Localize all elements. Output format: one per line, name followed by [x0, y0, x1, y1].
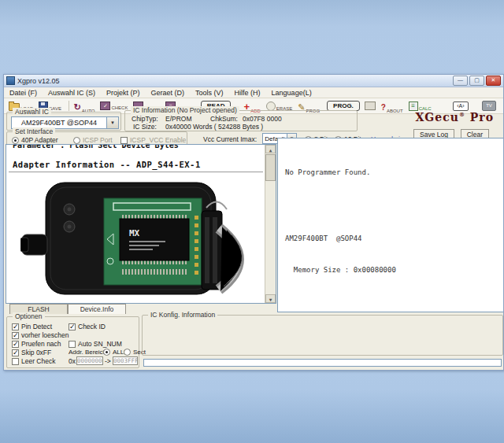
options-group-label: Optionen — [13, 312, 45, 320]
checkbox-icon — [12, 349, 19, 356]
ic-select-dropdown-button[interactable]: ▼ — [106, 116, 119, 129]
check-button[interactable]: CHECK — [98, 101, 129, 111]
checkbox-icon — [120, 137, 128, 144]
chip-check-icon — [100, 102, 110, 110]
chip-brand-label: MX — [129, 228, 140, 238]
log-line-chip: AM29F400BT @SOP44 — [285, 234, 496, 243]
radio-icon — [12, 137, 19, 144]
vcc-current-label: Vcc Current Imax: — [203, 135, 257, 143]
about-button[interactable]: ABOUT — [380, 98, 405, 114]
scroll-up-arrow[interactable]: ▲ — [265, 145, 276, 153]
radio-icon — [103, 349, 110, 356]
app-icon — [6, 76, 15, 85]
scroll-thumb[interactable] — [265, 154, 276, 181]
pin-detect-checkbox[interactable]: Pin Detect — [12, 323, 52, 330]
title-bar[interactable]: Xgpro v12.05 — ▢ ✕ — [4, 75, 503, 87]
chiptype-value: E/PROM — [165, 115, 192, 123]
maximize-button[interactable]: ▢ — [469, 76, 484, 86]
verify-after-checkbox[interactable]: Pruefen nach — [12, 340, 61, 348]
calculator-icon — [409, 102, 418, 111]
chksum-label: ChkSum: — [210, 115, 238, 123]
log-panel: No Programmer Found. AM29F400BT @SOP44 M… — [277, 138, 504, 312]
icsp-vcc-checkbox[interactable]: ICSP_VCC Enable — [120, 136, 186, 144]
auto-sn-checkbox[interactable]: Auto SN_NUM — [69, 340, 122, 348]
chiptype-label: ChipTyp: — [132, 115, 158, 123]
serial-jump-button[interactable] — [451, 101, 470, 112]
calc-button[interactable]: CALC — [407, 101, 433, 112]
clipped-parameter-line: Parameter : Flash Sect Device Bytes — [13, 144, 179, 150]
ic-config-group: IC Konfig. Information — [142, 315, 503, 356]
ic-info-group-label: IC Information (No Project opened) — [131, 106, 239, 114]
tv-button[interactable] — [480, 100, 498, 112]
progress-bar — [143, 359, 502, 367]
programmer-device-photo: MX — [20, 176, 258, 301]
erase-before-checkbox[interactable]: vorher loeschen — [12, 331, 69, 339]
checkbox-icon — [12, 323, 19, 330]
set-interface-label: Set Interface — [13, 127, 55, 135]
addr-arrow-label: -> — [105, 357, 111, 365]
adapter-40p-radio[interactable]: 40P Adapter — [12, 136, 58, 144]
menu-geraet[interactable]: Geraet (D) — [146, 89, 191, 97]
radio-icon — [124, 349, 131, 356]
auto-cycle-icon — [74, 99, 81, 113]
letter-a-jump-icon — [453, 102, 469, 111]
icsize-label: IC Size: — [133, 123, 157, 131]
xgpro-window: Xgpro v12.05 — ▢ ✕ Datei (F) Auswahl IC … — [3, 74, 504, 371]
window-title: Xgpro v12.05 — [17, 77, 453, 85]
icsp-port-radio[interactable]: ICSP Port — [73, 136, 113, 144]
icsize-value: 0x40000 Words ( 524288 Bytes ) — [165, 123, 263, 131]
log-line-no-programmer: No Programmer Found. — [285, 167, 496, 178]
menu-language[interactable]: Language(L) — [266, 89, 317, 97]
erase-circle-icon — [266, 102, 276, 111]
menu-projekt[interactable]: Projekt (P) — [101, 89, 146, 97]
question-mark-icon — [381, 99, 386, 113]
checkbox-icon — [69, 341, 76, 348]
menu-auswahl-ic[interactable]: Auswahl IC (S) — [43, 89, 101, 97]
menu-hilfe[interactable]: Hilfe (H) — [229, 89, 266, 97]
adapter-information-title: Adapter Information -- ADP_S44-EX-1 — [13, 160, 201, 169]
ic-config-group-label: IC Konfig. Information — [148, 311, 217, 319]
socket-button[interactable] — [363, 101, 377, 111]
menu-bar: Datei (F) Auswahl IC (S) Projekt (P) Ger… — [4, 87, 503, 98]
leer-check-checkbox[interactable]: Leer Check — [12, 357, 55, 365]
addr-from-input[interactable] — [76, 356, 103, 365]
tv-icon — [482, 101, 496, 111]
tab-device-info[interactable]: Device.Info — [68, 304, 126, 314]
checkbox-icon — [12, 341, 19, 348]
skip-ff-checkbox[interactable]: Skip 0xFF — [12, 349, 51, 356]
radio-icon — [73, 137, 80, 144]
device-panel-scrollbar[interactable]: ▲ ▼ — [265, 145, 276, 303]
minimize-button[interactable]: — — [453, 76, 468, 86]
addr-range-label: Addr. Bereich — [69, 349, 106, 356]
checkbox-icon — [12, 332, 19, 339]
divider — [9, 172, 263, 172]
menu-tools[interactable]: Tools (V) — [190, 89, 229, 97]
socket-icon — [365, 102, 376, 110]
xgecu-pro-logo: XGecu® Pro — [415, 111, 494, 124]
device-info-panel: Parameter : Flash Sect Device Bytes Adap… — [6, 144, 276, 304]
addr-to-input[interactable] — [113, 356, 138, 365]
check-id-checkbox[interactable]: Check ID — [69, 323, 106, 330]
checkbox-icon — [69, 323, 76, 330]
checkbox-icon — [12, 358, 19, 365]
hex-prefix-label: 0x — [69, 357, 76, 365]
close-button[interactable]: ✕ — [486, 76, 501, 86]
log-line-memory-size: Memory Size : 0x00080000 — [285, 266, 496, 275]
scroll-down-arrow[interactable]: ▼ — [265, 294, 276, 303]
toolbar-separator — [69, 101, 69, 111]
chksum-value: 0x07F8 0000 — [243, 115, 282, 123]
menu-datei[interactable]: Datei (F) — [4, 89, 43, 97]
ic-select-group-label: Auswahl IC — [13, 108, 51, 116]
